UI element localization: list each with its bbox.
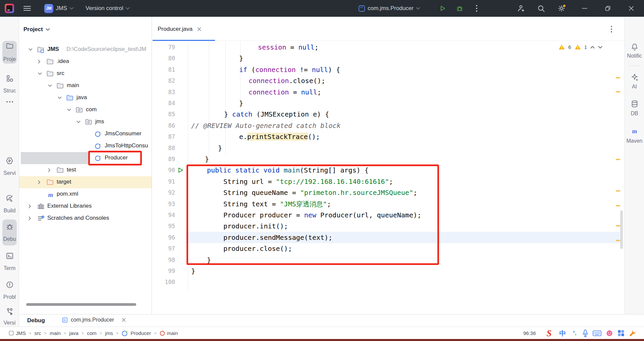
tree-horizontal-scrollbar[interactable] [26,303,136,306]
tree-item-external-libraries[interactable]: External Libraries [19,200,152,212]
line-number-80[interactable]: 80 [152,53,175,64]
chevron-down-icon[interactable] [48,84,52,87]
line-number-92[interactable]: 92 [152,187,175,198]
code-line-80[interactable]: } [239,53,243,64]
tool-window-button-db[interactable] [626,100,643,108]
breadcrumb-item-producer[interactable]: Producer [121,330,151,337]
tool-window-button-notific[interactable] [626,43,643,51]
console-tab-producer[interactable]: com.jms.Producer [62,317,126,323]
code-line-82[interactable]: connection.close(); [249,75,325,86]
tool-window-button-build[interactable] [1,194,18,202]
chevron-down-icon[interactable] [76,121,80,123]
warning-stripe-mark[interactable] [616,159,620,160]
code-line-99[interactable]: } [191,265,195,277]
line-number-90[interactable]: 90 [152,164,175,176]
line-number-97[interactable]: 97 [152,243,175,254]
tree-item-jms[interactable]: jms [19,116,152,128]
tree-item-jmsconsumer[interactable]: JmsConsumer [19,128,152,140]
breadcrumb-item-main[interactable]: main [50,330,61,336]
tree-item-scratches-and-consoles[interactable]: Scratches and Consoles [19,212,152,224]
warning-stripe-mark[interactable] [616,77,620,78]
breadcrumb-item-java[interactable]: java [69,330,78,336]
chevron-right-icon[interactable] [38,180,41,184]
tree-item-target[interactable]: target [19,176,152,188]
tool-window-button-term[interactable] [1,252,18,260]
caret-position[interactable]: 96:36 [523,327,536,339]
line-number-82[interactable]: 82 [152,75,175,86]
microphone-icon[interactable] [582,329,588,337]
grid-panel-icon[interactable] [618,330,625,337]
warning-stripe-mark[interactable] [616,240,620,241]
search-everywhere-button[interactable] [537,0,545,17]
code-line-83[interactable]: connection = null; [249,86,321,98]
line-number-98[interactable]: 98 [152,254,175,266]
code-line-79[interactable]: session = null; [258,42,319,53]
line-number-99[interactable]: 99 [152,265,175,277]
warning-stripe-mark[interactable] [616,205,620,206]
vcs-widget[interactable]: Version control [86,0,130,17]
tool-window-button-more[interactable] [1,100,18,103]
breadcrumb-item-jms[interactable]: jms [105,330,113,336]
minimize-button[interactable] [577,0,592,17]
line-number-88[interactable]: 88 [152,142,175,154]
line-number-95[interactable]: 95 [152,220,175,232]
line-number-94[interactable]: 94 [152,209,175,221]
code-line-89[interactable]: } [205,153,209,165]
chevron-down-icon[interactable] [58,96,62,99]
tool-window-button-maven[interactable]: m [626,127,643,135]
tree-item-main[interactable]: main [19,80,152,92]
keyboard-icon[interactable] [593,330,601,336]
tree-item-test[interactable]: test [19,164,152,176]
warning-stripe-mark[interactable] [616,91,620,92]
code-line-87[interactable]: e.printStackTrace(); [239,131,320,142]
run-line-icon[interactable] [178,167,183,173]
tree-item-jms[interactable]: JMSD:\CodeSource\eclipse_test\JM [19,44,152,56]
tool-window-button-proje[interactable] [1,42,18,50]
line-number-86[interactable]: 86 [152,120,175,131]
breadcrumb-item-main[interactable]: main [160,330,178,336]
tree-item-java[interactable]: java [19,92,152,104]
warning-stripe-mark[interactable] [616,190,620,192]
tool-window-button-versi-contro[interactable] [1,308,18,316]
chevron-down-icon[interactable] [38,72,42,75]
project-widget[interactable]: JM JMS [44,0,74,17]
line-number-79[interactable]: 79 [152,42,175,53]
line-number-85[interactable]: 85 [152,109,175,120]
skin-palette-icon[interactable] [606,330,613,337]
close-button[interactable] [624,0,639,17]
settings-button[interactable] [557,0,566,17]
restore-button[interactable] [600,0,615,17]
chevron-down-icon[interactable] [29,48,33,51]
chevron-right-icon[interactable] [29,204,31,208]
line-number-100[interactable]: 100 [152,276,175,288]
code-with-me-button[interactable] [517,0,525,17]
tool-window-button-debu[interactable] [1,223,18,231]
breadcrumb-item-src[interactable]: src [35,330,41,336]
tree-item-pom-xml[interactable]: mpom.xml [19,188,152,200]
project-panel-header[interactable]: Project [23,26,50,33]
punctuation-icon[interactable]: °, [571,330,578,337]
breadcrumb-item-com[interactable]: com [87,330,96,336]
editor-scrollbar-thumb[interactable] [620,210,623,249]
sogou-logo-icon[interactable]: S [544,328,554,338]
code-line-86[interactable]: // @REVIEW Auto-generated catch block [191,120,341,131]
line-number-84[interactable]: 84 [152,97,175,109]
tree-item-com[interactable]: com [19,104,152,116]
debug-button[interactable] [456,0,463,17]
line-number-96[interactable]: 96 [152,232,175,243]
wrench-icon[interactable] [629,330,636,337]
tree-item-src[interactable]: src [19,68,152,80]
chevron-right-icon[interactable] [38,60,41,64]
line-number-83[interactable]: 83 [152,86,175,98]
tool-window-button-struc[interactable] [1,74,18,82]
chinese-mode-icon[interactable]: 中 [558,329,567,337]
chevron-right-icon[interactable] [29,216,31,220]
line-number-91[interactable]: 91 [152,176,175,187]
line-number-81[interactable]: 81 [152,64,175,75]
run-configuration-widget[interactable]: com.jms.Producer [358,0,420,17]
close-icon[interactable] [122,318,126,322]
chevron-down-icon[interactable] [67,109,71,111]
run-button[interactable] [439,0,446,17]
main-menu-button[interactable] [23,0,31,17]
chevron-right-icon[interactable] [48,168,51,172]
